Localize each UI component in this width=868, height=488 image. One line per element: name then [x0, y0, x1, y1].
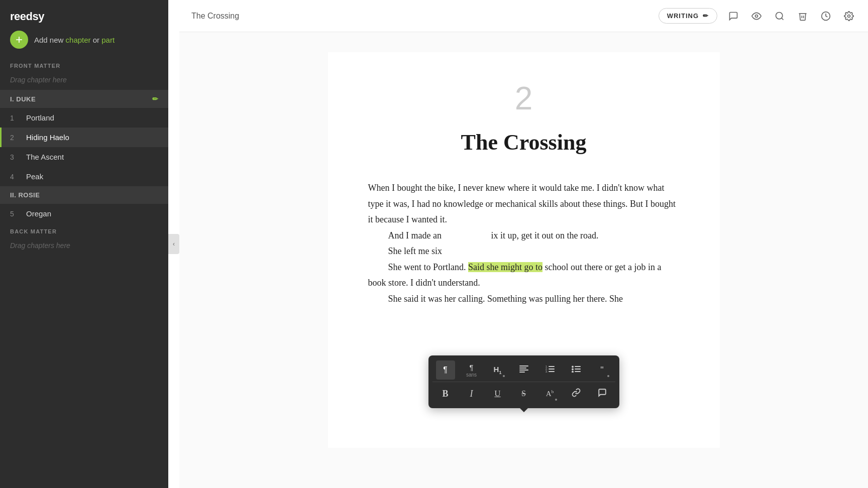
ordered-list-icon: 1. 2. 3. [546, 365, 555, 375]
paragraph-5[interactable]: She said it was her calling. Something w… [368, 291, 680, 307]
add-new-row: + Add new chapter or part [0, 31, 168, 58]
sidebar-header: reedsy [0, 0, 168, 31]
toolbar-ordered-list-button[interactable]: 1. 2. 3. [540, 360, 560, 380]
svg-point-17 [572, 369, 574, 371]
svg-point-0 [755, 15, 758, 17]
quote-badge [607, 375, 609, 377]
comment-toolbar-icon [598, 388, 607, 399]
chapter-item-portland[interactable]: 1 Portland [0, 108, 168, 128]
paragraph-sans-icon: ¶ [469, 363, 473, 372]
align-icon [519, 365, 528, 375]
heading1-badge [503, 375, 505, 377]
paragraph-3[interactable]: She left me six months after [368, 243, 680, 260]
toolbar-paragraph-button[interactable]: ¶ [436, 360, 455, 380]
format-toolbar: ¶ ¶ sans H1 [428, 355, 619, 408]
svg-point-19 [572, 371, 574, 373]
app-logo: reedsy [10, 10, 44, 23]
svg-line-2 [782, 18, 784, 20]
svg-rect-8 [519, 372, 525, 373]
preview-button[interactable] [749, 9, 764, 23]
chapter-breadcrumb: The Crossing [191, 12, 239, 21]
back-matter-placeholder: Drag chapters here [0, 237, 168, 256]
chapter-item-the-ascent[interactable]: 3 The Ascent [0, 147, 168, 167]
quote-icon: " [600, 365, 603, 376]
chapter-heading: The Crossing [368, 130, 680, 155]
heading1-icon: H1 [494, 365, 502, 375]
toolbar-heading1-button[interactable]: H1 [488, 360, 507, 380]
part-label-duke: I. DUKE [10, 95, 36, 103]
writing-mode-label: WRITING [667, 12, 699, 20]
svg-rect-14 [549, 371, 555, 372]
add-chapter-link[interactable]: chapter [66, 36, 91, 44]
chapter-item-peak[interactable]: 4 Peak [0, 167, 168, 186]
toolbar-quote-button[interactable]: " [593, 360, 612, 380]
chapter-num-1: 1 [10, 114, 19, 122]
svg-rect-7 [519, 370, 528, 371]
toolbar-align-button[interactable] [514, 360, 533, 380]
toolbar-superscript-button[interactable]: Ab [540, 384, 560, 403]
svg-rect-16 [575, 366, 581, 367]
editor-page: 2 The Crossing When I bought the bike, I… [328, 52, 720, 448]
sidebar: reedsy + Add new chapter or part FRONT M… [0, 0, 168, 488]
back-matter-label: BACK MATTER [0, 223, 168, 237]
svg-point-4 [848, 15, 850, 17]
svg-rect-18 [575, 369, 581, 370]
svg-rect-12 [549, 369, 555, 370]
toolbar-row-1: ¶ ¶ sans H1 [432, 358, 615, 382]
writing-mode-button[interactable]: WRITING ✏ [659, 8, 717, 24]
chapter-item-oregan[interactable]: 5 Oregan [0, 204, 168, 223]
chevron-left-icon: ‹ [173, 240, 175, 248]
toolbar-comment-button[interactable] [593, 384, 612, 403]
toolbar-unordered-list-button[interactable] [567, 360, 586, 380]
paragraph-2[interactable]: And I made and decided to fix it up, get… [368, 228, 680, 244]
chapter-num-5: 5 [10, 210, 19, 218]
topbar-actions: WRITING ✏ [659, 8, 856, 24]
front-matter-label: FRONT MATTER [0, 58, 168, 72]
toolbar-bold-button[interactable]: B [436, 384, 455, 403]
superscript-icon: Ab [546, 389, 554, 398]
toolbar-strikethrough-button[interactable]: S [514, 384, 533, 403]
chapter-title-peak: Peak [26, 172, 43, 181]
italic-icon: I [470, 389, 473, 399]
link-icon [572, 388, 581, 399]
part-header-duke: I. DUKE ✏ [0, 90, 168, 108]
superscript-badge [555, 399, 557, 401]
topbar: The Crossing WRITING ✏ [179, 0, 868, 32]
editor-area[interactable]: 2 The Crossing When I bought the bike, I… [179, 32, 868, 488]
part-header-rosie: II. ROSIE [0, 186, 168, 204]
writing-mode-edit-icon: ✏ [703, 12, 709, 20]
delete-button[interactable] [796, 9, 810, 23]
chapter-title-the-ascent: The Ascent [26, 153, 64, 161]
front-matter-placeholder: Drag chapter here [0, 72, 168, 90]
paragraph-4[interactable]: She went to Portland. Said she might go … [368, 260, 680, 291]
toolbar-link-button[interactable] [567, 384, 586, 403]
comment-button[interactable] [726, 9, 740, 23]
toolbar-italic-button[interactable]: I [462, 384, 481, 403]
toolbar-paragraph-sans-button[interactable]: ¶ sans [462, 360, 481, 380]
svg-rect-20 [575, 371, 581, 372]
main-content: The Crossing WRITING ✏ [179, 0, 868, 488]
add-new-button[interactable]: + [10, 31, 28, 49]
bold-icon: B [442, 389, 448, 399]
history-button[interactable] [819, 9, 833, 23]
chapter-item-hiding-haelo[interactable]: 2 Hiding Haelo [0, 128, 168, 147]
editor-body[interactable]: When I bought the bike, I never knew whe… [368, 180, 680, 307]
chapter-num-3: 3 [10, 153, 19, 161]
chapter-num-2: 2 [10, 134, 19, 142]
paragraph-1[interactable]: When I bought the bike, I never knew whe… [368, 180, 680, 228]
toolbar-underline-button[interactable]: U [488, 384, 507, 403]
sans-label: sans [466, 372, 477, 378]
svg-text:3.: 3. [546, 370, 548, 373]
strikethrough-icon: S [521, 389, 526, 398]
collapse-sidebar-button[interactable]: ‹ [168, 234, 179, 254]
part-edit-icon-duke[interactable]: ✏ [152, 95, 159, 103]
add-new-text: Add new chapter or part [34, 36, 115, 44]
part-label-rosie: II. ROSIE [10, 191, 40, 199]
svg-point-1 [776, 12, 783, 19]
add-part-link[interactable]: part [101, 36, 115, 44]
underline-icon: U [494, 389, 500, 399]
chapter-title-oregan: Oregan [26, 209, 51, 218]
unordered-list-icon [572, 365, 581, 375]
search-button[interactable] [773, 9, 787, 23]
settings-button[interactable] [842, 9, 856, 23]
